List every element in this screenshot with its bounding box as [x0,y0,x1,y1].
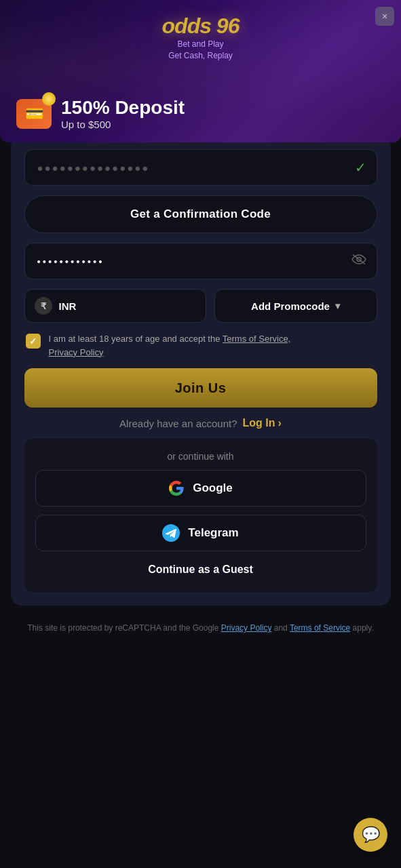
arrow-right-icon: › [278,417,282,429]
deposit-badge: 💳 150% Deposit Up to $500 [16,97,185,130]
guest-button[interactable]: Continue as a Guest [35,559,366,580]
currency-promo-row: ₹ INR Add Promocode ▾ [24,289,377,323]
terms-text: I am at least 18 years of age and accept… [49,332,291,359]
chat-icon: 💬 [362,826,380,844]
login-link[interactable]: Log In › [243,417,282,429]
social-section: or continue with Google Telegram Continu… [24,439,377,592]
phone-input-group: ✓ [24,149,377,186]
telegram-button[interactable]: Telegram [35,515,366,551]
check-icon: ✓ [355,159,366,176]
logo-text: odds 96 [162,14,240,39]
telegram-icon [162,524,180,542]
banner: × odds 96 Bet and PlayGet Cash, Replay 💳… [0,0,401,142]
terms-row: ✓ I am at least 18 years of age and acce… [24,332,377,359]
chat-fab-button[interactable]: 💬 [354,818,387,852]
google-button[interactable]: Google [35,470,366,507]
wallet-icon: 💳 [16,99,52,129]
deposit-text: 150% Deposit Up to $500 [61,97,185,130]
terms-footer-link[interactable]: Terms of Service [290,623,350,633]
eye-icon[interactable] [351,254,366,269]
terms-of-service-link[interactable]: Terms of Service, [223,334,290,344]
login-static-text: Already have an account? [119,418,237,429]
terms-checkbox[interactable]: ✓ [26,334,41,349]
wallet-coin [42,92,56,106]
deposit-amount: 150% Deposit [61,97,185,119]
login-row: Already have an account? Log In › [24,417,377,429]
password-input[interactable] [24,243,377,279]
password-input-group [24,243,377,279]
phone-input[interactable] [24,149,377,186]
logo-subtitle: Bet and PlayGet Cash, Replay [162,39,240,62]
banner-logo: odds 96 Bet and PlayGet Cash, Replay [162,14,240,62]
close-button[interactable]: × [375,7,394,26]
chevron-down-icon: ▾ [335,300,340,311]
deposit-subtitle: Up to $500 [61,119,185,130]
join-button[interactable]: Join Us [24,368,377,408]
promo-button[interactable]: Add Promocode ▾ [214,289,377,323]
currency-select[interactable]: ₹ INR [24,289,206,323]
form-container: ✓ Get a Confirmation Code ₹ INR Add Prom… [11,136,391,606]
privacy-policy-link[interactable]: Privacy Policy [49,347,104,357]
privacy-policy-footer-link[interactable]: Privacy Policy [221,623,272,633]
get-code-button[interactable]: Get a Confirmation Code [24,195,377,233]
currency-label: INR [59,300,77,312]
promo-label: Add Promocode [251,300,330,312]
check-icon: ✓ [29,336,37,347]
recaptcha-footer: This site is protected by reCAPTCHA and … [0,606,401,655]
or-text: or continue with [35,451,366,462]
rupee-icon: ₹ [35,297,52,315]
google-icon [168,480,185,496]
